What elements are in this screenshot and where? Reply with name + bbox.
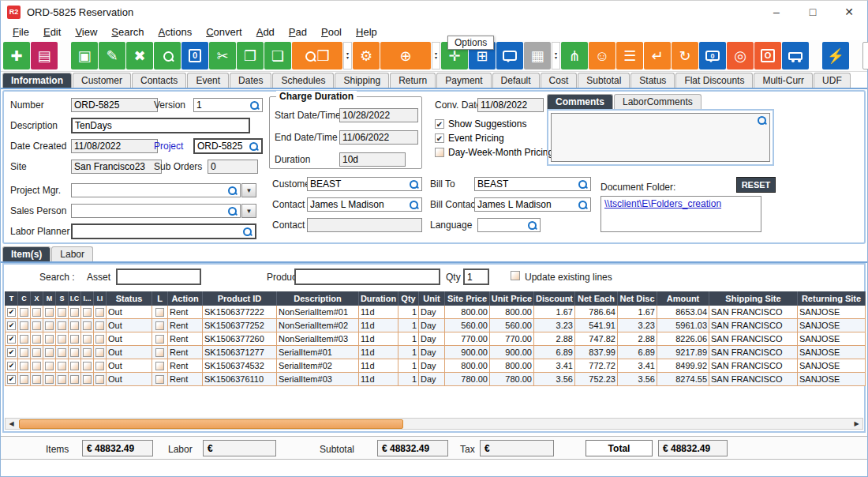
row-selected-checkbox[interactable]: ✔ [7,375,16,384]
tab-information[interactable]: Information [2,73,72,88]
search-button[interactable] [154,42,181,69]
tab-multi-curr[interactable]: Multi-Curr [754,73,813,88]
row-checkbox[interactable] [32,375,41,384]
column-header-c[interactable]: C [18,291,31,306]
tab-labor[interactable]: Labor [51,246,93,261]
paste-button[interactable]: ❏ [264,42,291,69]
row-checkbox[interactable] [45,375,54,384]
product-input[interactable] [294,269,440,285]
tab-event[interactable]: Event [187,73,229,88]
row-checkbox[interactable] [32,362,41,370]
document-folder-link[interactable]: \\tsclient\E\Folders_creation [604,198,721,209]
contact-tel-field[interactable] [307,218,422,232]
table-row[interactable]: ✔OutRentSK1506377222NonSerialItem#0111d1… [5,306,865,319]
total-button[interactable]: Total [586,440,653,456]
row-checkbox[interactable] [83,308,92,317]
scroll-right-arrow[interactable]: ▶ [851,419,862,429]
contact-field[interactable]: James L Madison [307,197,422,212]
pricing-option-checkbox[interactable]: ✔ [435,119,444,129]
bill-to-field[interactable]: BEAST [474,177,591,191]
row-checkbox[interactable] [95,321,104,330]
row-checkbox[interactable] [95,375,104,384]
row-checkbox[interactable] [70,335,79,344]
column-header-l[interactable]: L [152,291,168,306]
lightning-button[interactable]: ⚡ [822,42,849,69]
truck-button[interactable] [782,42,809,69]
tab-default[interactable]: Default [492,73,540,88]
row-checkbox[interactable] [155,308,164,317]
menu-help[interactable]: Help [349,24,384,39]
row-checkbox[interactable] [20,362,28,370]
row-checkbox[interactable] [83,375,92,384]
save-button[interactable]: ▣ [71,42,98,69]
site-field[interactable]: San Francisco23 [71,160,162,174]
row-checkbox[interactable] [20,308,28,317]
project-mgr-field[interactable] [71,183,241,197]
row-checkbox[interactable] [70,348,79,357]
row-checkbox[interactable] [32,335,41,344]
maximize-button[interactable]: □ [795,1,831,23]
tab-shipping[interactable]: Shipping [335,73,389,88]
column-header-x[interactable]: X [31,291,43,306]
pricing-option-checkbox[interactable]: ✔ [435,133,444,143]
row-checkbox[interactable] [20,321,28,330]
search-icon[interactable] [249,141,259,152]
asset-input[interactable] [116,269,201,285]
tab-comments[interactable]: Comments [547,94,613,109]
column-header-amount[interactable]: Amount [657,291,709,306]
gears-button[interactable]: ⚙ [353,42,380,69]
tab-schedules[interactable]: Schedules [272,73,334,88]
options-bubble-button[interactable] [496,42,523,69]
sub-orders-field[interactable]: 0 [208,160,258,174]
tab-return[interactable]: Return [390,73,436,88]
row-checkbox[interactable] [45,308,54,317]
column-header-action[interactable]: Action [168,291,203,306]
description-field[interactable]: TenDays [71,118,250,133]
table-row[interactable]: ✔OutRentSK1506377252NonSerialItem#0211d1… [5,319,865,332]
search-icon[interactable] [409,179,419,190]
language-field[interactable] [477,218,541,232]
row-checkbox[interactable] [58,321,66,330]
project-field[interactable]: ORD-5825 [193,138,263,154]
row-selected-checkbox[interactable]: ✔ [7,362,16,370]
minimize-button[interactable]: – [758,1,795,23]
column-header-shipping-site[interactable]: Shipping Site [709,291,798,306]
row-checkbox[interactable] [83,321,92,330]
sales-person-field[interactable] [71,204,241,218]
table-row[interactable]: ✔OutRentSK1506374532SerialItem#0211d1Day… [5,359,865,373]
vault-button[interactable]: O [754,42,781,69]
menu-edit[interactable]: Edit [36,24,68,39]
row-checkbox[interactable] [83,335,92,344]
table-row[interactable]: ✔OutRentSK1506376110SerialItem#0311d1Day… [5,373,865,386]
row-checkbox[interactable] [20,348,28,357]
menu-actions[interactable]: Actions [152,24,200,39]
row-checkbox[interactable] [70,375,79,384]
conv-date-field[interactable]: 11/08/2022 [477,98,544,112]
menu-convert[interactable]: Convert [199,24,249,39]
duration-field[interactable]: 10d [339,152,406,167]
row-checkbox[interactable] [45,348,54,357]
column-header-status[interactable]: Status [107,291,152,306]
jump-arrow-button[interactable]: ↵ [644,42,671,69]
tab-status[interactable]: Status [630,73,675,88]
coins-add-button[interactable]: ◎ [727,42,754,69]
row-checkbox[interactable] [32,308,41,317]
menu-pad[interactable]: Pad [282,24,314,39]
row-checkbox[interactable] [58,308,66,317]
print-button[interactable]: ▤ [31,42,58,69]
row-checkbox[interactable] [95,335,104,344]
row-checkbox[interactable] [20,335,28,344]
row-checkbox[interactable] [83,348,92,357]
column-header-net-disc[interactable]: Net Disc [618,291,657,306]
search-icon[interactable] [409,200,419,210]
row-checkbox[interactable] [95,308,104,317]
new-document-button[interactable]: ✚ [3,42,30,69]
search-icon[interactable] [578,200,588,210]
menu-search[interactable]: Search [104,24,151,39]
column-header-i-c[interactable]: I.C [69,291,81,306]
delete-button[interactable]: ✖ [126,42,153,69]
comments-textarea[interactable] [551,113,770,162]
end-date-field[interactable]: 11/06/2022 [339,130,418,145]
search-icon[interactable] [227,186,238,196]
project-link-label[interactable]: Project [154,141,183,152]
